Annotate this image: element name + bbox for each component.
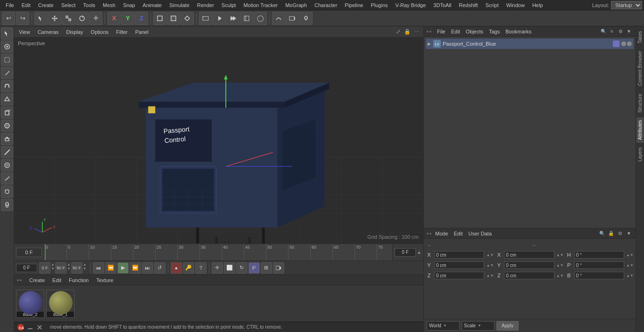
material-menu-create[interactable]: Create — [27, 276, 47, 284]
light-button[interactable] — [299, 12, 313, 25]
playback-anim-btn[interactable]: ↻ — [236, 262, 248, 274]
sidebar-live[interactable] — [1, 40, 13, 53]
menu-mesh[interactable]: Mesh — [99, 1, 119, 9]
viewport-menu-options[interactable]: Options — [89, 28, 110, 36]
playback-time-start[interactable]: 0 F — [39, 262, 50, 274]
playback-key-btn[interactable]: ⬜ — [224, 262, 235, 274]
obj-menu-edit[interactable]: Edit — [449, 28, 462, 35]
edge-mode-button[interactable] — [167, 12, 180, 25]
transform-tool[interactable]: ✛ — [89, 12, 102, 25]
sidebar-uv[interactable] — [1, 54, 13, 66]
playback-end2-arrow[interactable]: ▲▼ — [83, 262, 87, 274]
attr-lock-icon[interactable]: 🔒 — [607, 230, 615, 237]
attr-more-icon[interactable]: ▼ — [625, 230, 633, 237]
coord-b-arrow[interactable]: ▲▼ — [626, 274, 634, 278]
menu-edit[interactable]: Edit — [18, 1, 34, 9]
vis-render-dot[interactable] — [627, 41, 632, 46]
menu-animate[interactable]: Animate — [139, 1, 165, 9]
sidebar-cube[interactable] — [1, 106, 13, 119]
coord-z-arrow[interactable]: ▲▼ — [486, 274, 494, 278]
object-mode-button[interactable] — [153, 12, 166, 25]
sidebar-poly[interactable] — [1, 93, 13, 105]
status-close-icon[interactable] — [36, 324, 43, 331]
playback-grid-btn[interactable]: ⊞ — [261, 262, 272, 274]
world-dropdown[interactable]: World ▼ — [427, 321, 460, 331]
obj-settings-icon[interactable]: ⚙ — [617, 28, 624, 35]
apply-button[interactable]: Apply — [496, 321, 519, 331]
vis-editor-dot[interactable] — [621, 41, 626, 46]
coord-p-val[interactable]: 0 ° — [574, 261, 624, 269]
playback-step-fwd[interactable]: ⏩ — [130, 262, 141, 274]
obj-menu-file[interactable]: File — [435, 28, 447, 35]
viewport-menu-filter[interactable]: Filter — [114, 28, 129, 36]
playback-time-end[interactable]: 90 F — [55, 262, 66, 274]
tab-content-browser[interactable]: Content Browser — [636, 48, 644, 89]
material-menu-edit[interactable]: Edit — [50, 276, 63, 284]
coord-y-rot[interactable]: 0 cm — [504, 261, 554, 269]
render-all-button[interactable] — [226, 12, 239, 25]
viewport-menu-cameras[interactable]: Cameras — [36, 28, 61, 36]
playback-end-arrow[interactable]: ▲▼ — [67, 262, 71, 274]
obj-menu-objects[interactable]: Objects — [464, 28, 485, 35]
render-region-button[interactable] — [199, 12, 212, 25]
menu-plugins[interactable]: Plugins — [367, 1, 391, 9]
viewport-lock-icon[interactable]: 🔒 — [404, 28, 411, 36]
obj-more-icon[interactable]: ▼ — [625, 28, 633, 35]
coord-x-arrow[interactable]: ▲▼ — [486, 253, 494, 257]
scale-tool[interactable] — [62, 12, 75, 25]
timeline-end-arrow[interactable]: ▲ — [417, 250, 421, 255]
sidebar-select[interactable] — [1, 27, 13, 40]
coord-y-arrow[interactable]: ▲▼ — [486, 263, 494, 267]
menu-vray[interactable]: V-Ray Bridge — [392, 1, 430, 9]
rotate-tool[interactable] — [75, 12, 89, 25]
axis-y-button[interactable]: Y — [121, 12, 134, 25]
tab-layers[interactable]: Layers — [636, 145, 644, 164]
sidebar-paint[interactable] — [1, 172, 13, 185]
status-cinema4d-icon[interactable]: C4 — [17, 324, 25, 331]
menu-simulate[interactable]: Simulate — [165, 1, 193, 9]
menu-render[interactable]: Render — [193, 1, 218, 9]
menu-window[interactable]: Window — [503, 1, 528, 9]
sidebar-pen[interactable] — [1, 146, 13, 158]
sidebar-extrude[interactable] — [1, 133, 13, 145]
obj-menu-tags[interactable]: Tags — [487, 28, 502, 35]
playback-play[interactable]: ▶ — [117, 262, 129, 274]
menu-motion-tracker[interactable]: Motion Tracker — [239, 1, 281, 9]
viewport-menu-view[interactable]: View — [17, 28, 32, 36]
sidebar-smooth[interactable] — [1, 159, 13, 171]
menu-create[interactable]: Create — [34, 1, 58, 9]
playback-start-arrow[interactable]: ▲▼ — [51, 262, 55, 274]
menu-help[interactable]: Help — [528, 1, 547, 9]
move-tool[interactable] — [48, 12, 61, 25]
menu-script[interactable]: Script — [482, 1, 503, 9]
spline-button[interactable] — [272, 12, 285, 25]
material-base1[interactable]: Base_1 — [46, 290, 74, 318]
playback-skip-end[interactable]: ⏭ — [142, 262, 153, 274]
object-expand-icon[interactable]: ▶ — [428, 41, 431, 46]
axis-x-button[interactable]: X — [107, 12, 121, 25]
sidebar-magnet[interactable] — [1, 80, 13, 92]
playback-record[interactable]: ● — [171, 262, 182, 274]
playback-auto-key[interactable]: 🔑 — [183, 262, 194, 274]
playback-pla-btn[interactable]: P — [248, 262, 260, 274]
viewport[interactable]: Passport Control — [14, 38, 423, 243]
coord-z2-arrow[interactable]: ▲▼ — [556, 274, 564, 278]
coord-h-arrow[interactable]: ▲▼ — [626, 253, 634, 257]
scale-dropdown[interactable]: Scale ▼ — [462, 321, 495, 331]
playback-help[interactable]: ? — [195, 262, 206, 274]
render-active-button[interactable] — [213, 12, 226, 25]
undo-button[interactable]: ↩ — [2, 12, 15, 25]
status-minimize-icon[interactable] — [26, 324, 34, 331]
menu-mograph[interactable]: MoGraph — [281, 1, 311, 9]
sidebar-knife[interactable] — [1, 67, 13, 79]
coord-p-arrow[interactable]: ▲▼ — [626, 263, 634, 267]
coord-h-val[interactable]: 0 ° — [574, 251, 624, 259]
material-base2[interactable]: Base_2 — [16, 290, 44, 318]
menu-file[interactable]: File — [2, 1, 18, 9]
menu-tools[interactable]: Tools — [79, 1, 99, 9]
viewport-menu-panel[interactable]: Panel — [133, 28, 150, 36]
playback-motion-btn[interactable]: ✛ — [212, 262, 223, 274]
attr-menu-mode[interactable]: Mode — [433, 230, 450, 237]
attr-settings-icon[interactable]: ⚙ — [616, 230, 624, 237]
coord-z-pos[interactable]: 0 cm — [434, 272, 484, 279]
